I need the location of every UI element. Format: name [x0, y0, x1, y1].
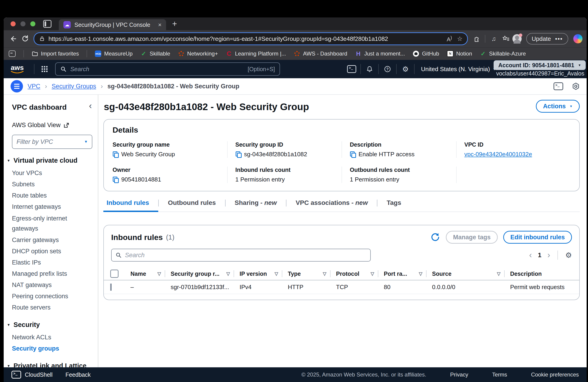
manage-tags-button[interactable]: Manage tags: [446, 231, 498, 244]
help-icon[interactable]: ?: [383, 64, 392, 74]
sidebar-item-peering-connections[interactable]: Peering connections: [12, 291, 88, 302]
filter-icon[interactable]: ▽: [371, 271, 374, 276]
row-checkbox[interactable]: [110, 284, 112, 291]
tab-workspaces-icon[interactable]: [43, 20, 51, 28]
sidebar-item-your-vpcs[interactable]: Your VPCs: [12, 168, 88, 179]
footer-feedback[interactable]: Feedback: [65, 371, 91, 378]
sidebar-toggle-icon[interactable]: [9, 51, 16, 57]
read-aloud-icon[interactable]: A): [447, 35, 452, 43]
back-icon[interactable]: [8, 34, 18, 44]
bookmark-import-favorites[interactable]: Import favorites: [32, 51, 79, 57]
column-protocol[interactable]: Protocol▽: [331, 267, 378, 280]
copy-icon[interactable]: [113, 152, 119, 157]
breadcrumb-security-groups-link[interactable]: Security Groups: [52, 83, 96, 90]
bookmark-just-a-moment[interactable]: H Just a moment...: [355, 51, 405, 57]
filter-icon[interactable]: ▽: [275, 271, 278, 276]
bookmark-learning-platform[interactable]: C Learning Platform |...: [226, 51, 286, 57]
table-settings-gear-icon[interactable]: ⚙: [565, 251, 572, 260]
sidebar-item-route-tables[interactable]: Route tables: [12, 190, 88, 201]
copy-icon[interactable]: [350, 152, 356, 157]
rules-search[interactable]: [111, 249, 371, 262]
sidebar-collapse-icon[interactable]: ‹: [89, 102, 92, 110]
amazon-q-icon[interactable]: [572, 82, 580, 90]
table-row[interactable]: – sgr-0701b9df12133f... IPv4 HTTP TCP 80…: [104, 280, 579, 294]
sidebar-item-route-servers[interactable]: Route servers: [12, 302, 88, 313]
edit-inbound-rules-button[interactable]: Edit inbound rules: [503, 231, 572, 244]
refresh-icon[interactable]: [430, 232, 440, 242]
console-search-input[interactable]: [70, 65, 244, 73]
cloudshell-icon[interactable]: [347, 64, 356, 74]
notifications-bell-icon[interactable]: [365, 64, 374, 74]
vpc-id-link[interactable]: vpc-09e43420e4001032e: [464, 151, 532, 158]
sidebar-section-security[interactable]: ▼ Security: [12, 321, 98, 328]
column-source[interactable]: Source▽: [426, 267, 505, 280]
bookmark-skillable[interactable]: ✓ Skillable: [140, 51, 170, 57]
sidebar-item-egress-only[interactable]: Egress-only internet gateways: [12, 212, 88, 234]
column-description[interactable]: Description: [505, 267, 579, 280]
region-selector[interactable]: United States (N. Virginia) ▼: [421, 66, 496, 73]
sidebar-item-managed-prefix-lists[interactable]: Managed prefix lists: [12, 268, 88, 279]
filter-icon[interactable]: ▽: [497, 271, 501, 276]
console-search[interactable]: [Option+S]: [55, 62, 280, 76]
update-button[interactable]: Update •••: [526, 33, 568, 44]
filter-icon[interactable]: ▽: [227, 271, 230, 276]
tab-inbound-rules[interactable]: Inbound rules: [103, 199, 158, 212]
new-tab-button[interactable]: +: [172, 19, 177, 29]
hamburger-menu-icon[interactable]: [11, 80, 23, 93]
sidebar-item-dhcp-option-sets[interactable]: DHCP option sets: [12, 246, 88, 257]
previous-page-icon[interactable]: ‹: [529, 252, 532, 259]
filter-by-vpc-select[interactable]: Filter by VPC ▼: [12, 135, 92, 149]
column-name[interactable]: Name▽: [125, 267, 165, 280]
sidebar-item-network-acls[interactable]: Network ACLs: [12, 332, 88, 343]
bookmark-networking[interactable]: Networking+: [178, 51, 218, 57]
sidebar-item-nat-gateways[interactable]: NAT gateways: [12, 279, 88, 291]
bookmark-github[interactable]: GitHub: [413, 51, 439, 57]
bookmark-measureup[interactable]: mUp MeasureUp: [95, 51, 132, 57]
reload-icon[interactable]: [20, 34, 30, 44]
copilot-icon[interactable]: [573, 34, 583, 43]
copy-icon[interactable]: [113, 177, 119, 183]
footer-cloudshell[interactable]: CloudShell: [11, 371, 53, 379]
minimize-window-button[interactable]: [21, 21, 25, 26]
next-page-icon[interactable]: ›: [547, 252, 550, 259]
account-menu[interactable]: Account ID: 9054-1801-4881 ▼: [494, 60, 586, 70]
sidebar-item-carrier-gateways[interactable]: Carrier gateways: [12, 234, 88, 246]
filter-icon[interactable]: ▽: [323, 271, 326, 276]
tab-close-icon[interactable]: ×: [158, 21, 162, 28]
tab-tags[interactable]: Tags: [377, 199, 410, 212]
footer-terms-link[interactable]: Terms: [492, 371, 507, 378]
more-menu-icon[interactable]: •••: [555, 35, 563, 42]
bookmark-aws-dashboard[interactable]: AWS - Dashboard: [294, 51, 347, 57]
services-grid-icon[interactable]: [40, 64, 49, 74]
tab-outbound-rules[interactable]: Outbound rules: [159, 199, 225, 212]
sidebar-item-elastic-ips[interactable]: Elastic IPs: [12, 257, 88, 268]
tab-vpc-associations[interactable]: VPC associations - new: [286, 199, 377, 212]
sidebar-item-internet-gateways[interactable]: Internet gateways: [12, 201, 88, 212]
actions-button[interactable]: Actions ▼: [536, 100, 580, 113]
select-all-checkbox[interactable]: [110, 269, 119, 278]
extensions-icon[interactable]: [471, 34, 482, 44]
footer-privacy-link[interactable]: Privacy: [450, 371, 468, 378]
media-control-icon[interactable]: ♫: [488, 34, 499, 44]
sidebar-section-privatelink[interactable]: ▼ PrivateLink and Lattice: [12, 362, 98, 367]
tab-sharing[interactable]: Sharing - new: [226, 199, 286, 212]
sidebar-item-security-groups[interactable]: Security groups: [12, 343, 88, 354]
column-rule-id[interactable]: Security group r...▽: [165, 267, 234, 280]
bookmark-skillable-azure[interactable]: ✓ Skillable-Azure: [480, 51, 526, 57]
rules-search-input[interactable]: [125, 251, 367, 259]
breadcrumb-vpc-link[interactable]: VPC: [28, 83, 41, 90]
copy-icon[interactable]: [235, 152, 241, 157]
zoom-window-button[interactable]: [30, 21, 35, 26]
column-port-range[interactable]: Port ra...▽: [378, 267, 426, 280]
filter-icon[interactable]: ▽: [419, 271, 422, 276]
column-ip-version[interactable]: IP version▽: [234, 267, 282, 280]
filter-icon[interactable]: ▽: [158, 271, 161, 276]
bookmark-notion[interactable]: N Notion: [447, 51, 472, 57]
favorite-star-icon[interactable]: ☆: [457, 35, 462, 42]
aws-logo[interactable]: aws: [11, 64, 24, 74]
address-bar[interactable]: https://us-east-1.console.aws.amazon.com…: [34, 32, 468, 45]
settings-gear-icon[interactable]: ⚙: [401, 64, 410, 74]
favorites-list-icon[interactable]: [501, 34, 511, 44]
profile-avatar[interactable]: [512, 34, 522, 43]
browser-tab[interactable]: ☁ SecurityGroup | VPC Console ×: [59, 19, 166, 30]
